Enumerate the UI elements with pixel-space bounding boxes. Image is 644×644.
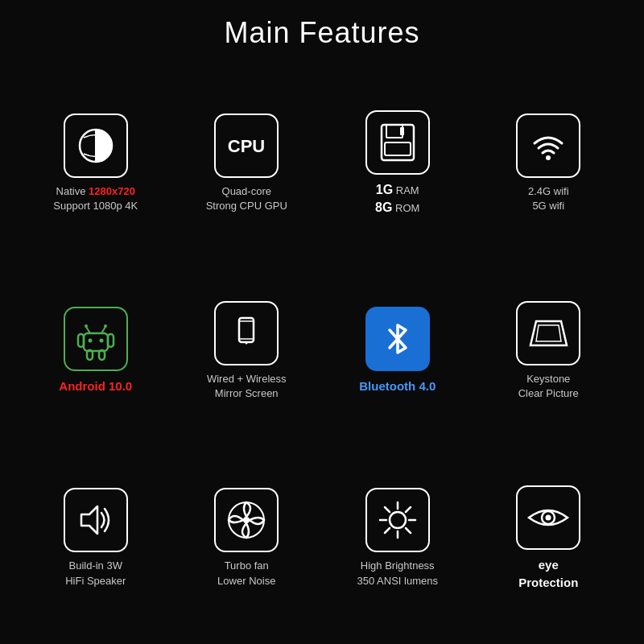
brightness-icon: [377, 499, 419, 541]
mirror-icon-box: [214, 301, 279, 365]
svg-marker-25: [81, 506, 97, 534]
display-icon: [76, 126, 116, 166]
feature-ram: 1G RAM 8G ROM: [326, 74, 469, 254]
keystone-label: KeystoneClear Picture: [518, 372, 579, 401]
speaker-icon: [75, 500, 117, 540]
svg-line-36: [385, 528, 390, 533]
svg-point-12: [85, 324, 88, 328]
bluetooth-label: Bluetooth 4.0: [359, 378, 436, 394]
svg-point-10: [99, 338, 103, 342]
wifi-label: 2.4G wifi5G wifi: [528, 184, 569, 213]
wifi-icon-box: [516, 114, 580, 178]
features-grid: Native 1280x720Support 1080p 4K CPU Quad…: [24, 74, 620, 628]
bluetooth-icon: [382, 319, 414, 359]
svg-point-28: [390, 512, 406, 528]
fan-label: Turbo fanLower Noise: [217, 559, 275, 588]
svg-point-22: [246, 341, 248, 344]
svg-line-35: [406, 507, 411, 512]
feature-brightness: High Brightness350 ANSI lumens: [326, 448, 469, 628]
keystone-icon: [526, 317, 571, 349]
android-icon-box: [64, 307, 128, 371]
cpu-icon: CPU: [226, 126, 266, 166]
svg-rect-16: [108, 334, 114, 347]
svg-point-38: [546, 515, 551, 521]
eye-icon-box: [516, 485, 580, 550]
svg-line-34: [406, 528, 411, 533]
ram-icon: [378, 122, 417, 163]
page: Main Features Native 1280x720Support 108…: [0, 0, 644, 644]
svg-rect-15: [78, 334, 84, 347]
wifi-icon: [528, 126, 568, 166]
android-icon: [76, 317, 116, 361]
cpu-icon-box: CPU: [214, 114, 279, 178]
ram-icon-box: [365, 110, 430, 175]
feature-bluetooth: Bluetooth 4.0: [326, 262, 469, 441]
android-label: Android 10.0: [59, 378, 132, 394]
svg-point-7: [546, 155, 551, 160]
keystone-icon-box: [516, 301, 580, 365]
display-label: Native 1280x720Support 1080p 4K: [53, 184, 138, 213]
mirror-label: Wired + WirelessMirror Screen: [207, 372, 287, 401]
svg-rect-6: [385, 142, 411, 155]
svg-line-33: [385, 507, 390, 512]
fan-icon-box: [214, 488, 279, 552]
speaker-label: Build-in 3WHiFi Speaker: [65, 559, 126, 588]
feature-keystone: KeystoneClear Picture: [477, 262, 621, 441]
brightness-label: High Brightness350 ANSI lumens: [357, 559, 438, 588]
feature-android: Android 10.0: [24, 262, 167, 441]
feature-fan: Turbo fanLower Noise: [175, 448, 319, 628]
brightness-icon-box: [365, 488, 430, 552]
feature-display: Native 1280x720Support 1080p 4K: [24, 74, 167, 254]
main-title: Main Features: [224, 16, 419, 50]
cpu-label: Quad-coreStrong CPU GPU: [206, 184, 287, 213]
svg-marker-24: [536, 325, 561, 341]
speaker-icon-box: [64, 488, 128, 552]
fan-icon: [225, 499, 267, 541]
svg-point-14: [104, 324, 107, 328]
svg-point-9: [88, 338, 92, 342]
ram-label: 1G RAM 8G ROM: [375, 181, 419, 217]
mirror-icon: [226, 313, 266, 353]
feature-speaker: Build-in 3WHiFi Speaker: [24, 448, 167, 628]
feature-wifi: 2.4G wifi5G wifi: [477, 74, 621, 254]
feature-eye: eyeProtection: [477, 448, 621, 628]
svg-text:CPU: CPU: [228, 136, 265, 156]
eye-icon: [526, 502, 571, 534]
bluetooth-icon-box: [365, 307, 430, 371]
svg-rect-5: [400, 127, 404, 135]
display-icon-box: [64, 114, 128, 178]
feature-cpu: CPU Quad-coreStrong CPU GPU: [175, 74, 319, 254]
eye-label: eyeProtection: [518, 556, 578, 590]
svg-rect-8: [84, 333, 108, 351]
feature-mirror: Wired + WirelessMirror Screen: [175, 262, 319, 441]
